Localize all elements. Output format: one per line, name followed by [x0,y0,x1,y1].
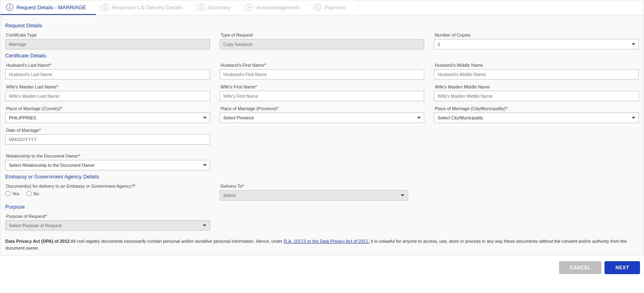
label-embassy-question: Document(s) for delivery to an Embassy o… [6,184,210,189]
label-relationship: Relationship to the Document Owner* [6,154,210,158]
button-bar: CANCEL NEXT [0,256,644,279]
label-place-country: Place of Marriage (Country)* [6,106,210,111]
radio-yes[interactable]: Yes [5,191,19,196]
type-of-request-field: Copy Issuance [220,39,425,49]
label-husband-middle: Husband's Middle Name [435,63,639,68]
step-acknowledgement[interactable]: 4 Acknowledgement [240,0,308,15]
section-title-request-details: Request Details [5,23,639,29]
step-request-details[interactable]: 1 Request Details - MARRIAGE [0,0,96,15]
cancel-button[interactable]: CANCEL [559,261,601,274]
husband-first-name-input[interactable] [220,69,425,80]
section-title-purpose: Purpose [5,204,639,210]
label-number-of-copies: Number of Copies [435,33,639,37]
label-purpose-of-request: Purpose of Request* [6,214,210,219]
section-title-embassy: Embassy or Government Agency Details [5,174,639,180]
label-delivery-to: Delivery To* [221,184,408,189]
delivery-to-select: Select [220,190,408,201]
privacy-link[interactable]: R.A. 10173 or the Data Privacy Act of 20… [284,239,369,244]
label-certificate-type: Certificate Type [6,33,210,37]
wife-maiden-middle-name-input[interactable] [434,91,639,101]
form-area: Request Details Certificate Type Marriag… [0,15,644,256]
step-label: Request Details - MARRIAGE [17,4,86,10]
relationship-select[interactable]: Select Relationship to the Document Owne… [5,160,210,170]
label-wife-first: Wife's First Name* [221,84,425,89]
certificate-type-field: Marriage [5,39,210,49]
label-wife-last: Wife's Maiden Last Name* [6,84,210,89]
step-number: 4 [246,4,253,11]
husband-middle-name-input[interactable] [434,69,639,80]
privacy-notice: Data Privacy Act (DPA) of 2012 All civil… [5,238,639,251]
label-place-city: Place of Marriage (City/Municipality)* [435,106,639,111]
place-province-select[interactable]: Select Province [220,113,425,123]
step-label: Summary [208,4,231,10]
step-label: Acknowledgement [256,4,299,10]
husband-last-name-input[interactable] [5,69,210,80]
step-number: 1 [6,4,13,11]
number-of-copies-select[interactable]: 1 [434,39,639,49]
wife-maiden-last-name-input[interactable] [5,91,210,101]
place-city-select[interactable]: Select City/Municipality [434,113,639,123]
radio-input-yes[interactable] [5,191,10,196]
radio-no[interactable]: No [27,191,39,196]
place-country-select[interactable]: PHILIPPINES [5,113,210,123]
wife-first-name-input[interactable] [220,91,425,101]
label-husband-first: Husband's First Name* [221,63,425,68]
label-date-of-marriage: Date of Marriage* [6,128,210,133]
stepper: 1 Request Details - MARRIAGE 2 Requester… [0,0,644,15]
date-of-marriage-input[interactable] [5,134,210,145]
step-number: 2 [101,4,109,11]
step-number: 3 [198,4,205,11]
label-place-province: Place of Marriage (Province)* [221,106,425,111]
chevron-down-icon [400,195,405,197]
step-label: Payment [325,4,345,10]
step-payment[interactable]: 5 Payment [309,0,355,15]
label-wife-middle: Wife's Maiden Middle Name [435,84,639,89]
label-type-of-request: Type of Request [221,33,425,37]
next-button[interactable]: NEXT [605,261,640,274]
radio-input-no[interactable] [27,191,32,196]
label-husband-last: Husband's Last Name* [6,63,210,68]
chevron-down-icon [202,225,206,227]
step-requester-delivery[interactable]: 2 Requester's & Delivery Details [96,0,192,15]
step-label: Requester's & Delivery Details [112,4,182,10]
step-number: 5 [314,4,322,11]
step-summary[interactable]: 3 Summary [192,0,240,15]
section-title-certificate-details: Certificate Details [5,53,639,59]
purpose-of-request-select: Select Purpose of Request [5,220,210,231]
